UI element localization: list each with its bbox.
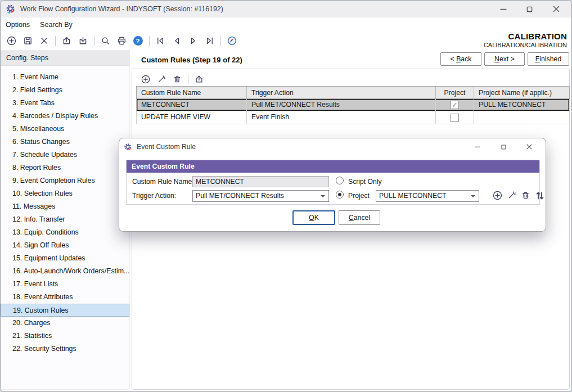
- sidebar-item-7[interactable]: 7. Schedule Updates: [1, 148, 129, 161]
- edit-project-wand-button[interactable]: [505, 189, 518, 202]
- sidebar-item-11[interactable]: 11. Messages: [1, 200, 129, 213]
- trigger-action-label: Trigger Action:: [132, 192, 176, 200]
- help-button[interactable]: ?: [131, 34, 145, 48]
- project-checkbox[interactable]: [451, 114, 459, 122]
- edit-rule-wand-button[interactable]: [155, 73, 168, 86]
- context-title: CALIBRATION: [508, 31, 567, 41]
- maximize-button[interactable]: [516, 1, 543, 17]
- sidebar-item-19[interactable]: 19. Custom Rules: [1, 304, 129, 317]
- sidebar-item-20[interactable]: 20. Charges: [1, 317, 129, 330]
- dialog-window-controls: [465, 138, 542, 155]
- window-controls: [490, 1, 569, 17]
- search-button[interactable]: [98, 34, 112, 48]
- sidebar-item-3[interactable]: 3. Event Tabs: [1, 97, 129, 110]
- import-button[interactable]: [76, 34, 89, 48]
- print-button[interactable]: [115, 34, 128, 48]
- sidebar-item-18[interactable]: 18. Event Attributes: [1, 291, 129, 304]
- cell-project-name: [474, 111, 569, 124]
- nav-last-button[interactable]: [202, 34, 216, 48]
- sidebar-item-9[interactable]: 9. Event Completion Rules: [1, 174, 129, 187]
- script-only-radio[interactable]: [336, 177, 344, 184]
- sidebar-item-4[interactable]: 4. Barcodes / Display Rules: [1, 110, 129, 123]
- sidebar-item-12[interactable]: 12. Info. Transfer: [1, 213, 129, 226]
- sidebar-item-8[interactable]: 8. Report Rules: [1, 161, 129, 174]
- next-button[interactable]: Next >: [484, 52, 525, 66]
- nav-next-button[interactable]: [186, 34, 200, 48]
- back-button[interactable]: < Back: [440, 52, 481, 66]
- menu-bar: Options Search By: [1, 18, 571, 32]
- delete-button[interactable]: [37, 34, 51, 48]
- column-header-project-name[interactable]: Project Name (if applic.): [474, 87, 569, 98]
- toolbar-separator: [188, 74, 188, 84]
- column-header-custom-rule-name[interactable]: Custom Rule Name: [137, 87, 247, 98]
- app-gear-icon: [124, 143, 132, 151]
- sidebar-item-1[interactable]: 1. Event Name: [1, 71, 129, 84]
- sidebar: Config. Steps 1. Event Name2. Field Sett…: [1, 50, 130, 390]
- cell-rule-name: UPDATE HOME VIEW: [137, 111, 247, 124]
- trigger-action-dropdown[interactable]: Pull MET/CONNECT Results: [192, 190, 329, 202]
- toolbar-separator: [220, 36, 221, 46]
- project-radio-label: Project: [348, 192, 370, 200]
- sidebar-header: Config. Steps: [1, 51, 129, 66]
- dialog-close-button[interactable]: [516, 138, 542, 155]
- save-button[interactable]: [21, 34, 34, 48]
- sidebar-item-17[interactable]: 17. Event Lists: [1, 278, 129, 291]
- compass-button[interactable]: [225, 34, 238, 48]
- sidebar-item-6[interactable]: 6. Status Changes: [1, 136, 129, 148]
- table-row[interactable]: UPDATE HOME VIEW Event Finish: [137, 111, 569, 124]
- ok-button[interactable]: OK: [292, 210, 335, 225]
- add-rule-button[interactable]: [139, 73, 152, 86]
- dialog-minimize-button[interactable]: [465, 138, 490, 155]
- sidebar-item-10[interactable]: 10. Selection Rules: [1, 187, 129, 200]
- dialog-maximize-button[interactable]: [490, 138, 516, 155]
- project-actions-toolbar: [491, 189, 547, 202]
- page-title: Custom Rules (Step 19 of 22): [141, 56, 242, 64]
- column-header-trigger-action[interactable]: Trigger Action: [247, 87, 436, 98]
- sidebar-item-13[interactable]: 13. Equip. Conditions: [1, 226, 129, 239]
- custom-rule-name-field[interactable]: [192, 176, 329, 187]
- cell-rule-name: METCONNECT: [137, 99, 247, 111]
- minimize-button[interactable]: [490, 1, 516, 17]
- title-bar: Work Flow Configuration Wizard - INDYSOF…: [1, 1, 571, 17]
- menu-search-by[interactable]: Search By: [35, 18, 78, 32]
- delete-project-button[interactable]: [519, 189, 532, 202]
- project-checkbox[interactable]: [451, 101, 459, 109]
- column-header-project[interactable]: Project: [436, 87, 474, 98]
- main-toolbar: ?: [1, 32, 241, 49]
- add-project-button[interactable]: [491, 189, 504, 202]
- help-icon: ?: [133, 36, 143, 46]
- nav-first-button[interactable]: [154, 34, 167, 48]
- sidebar-item-21[interactable]: 21. Statistics: [1, 330, 129, 343]
- cancel-button[interactable]: Cancel: [339, 210, 380, 225]
- add-button[interactable]: [4, 34, 18, 48]
- context-subtitle: CALIBRATION/CALIBRATION: [484, 42, 567, 48]
- sidebar-item-15[interactable]: 15. Equipment Updates: [1, 252, 129, 265]
- sidebar-item-2[interactable]: 2. Field Settings: [1, 84, 129, 97]
- delete-rule-button[interactable]: [170, 73, 184, 86]
- sidebar-item-14[interactable]: 14. Sign Off Rules: [1, 239, 129, 252]
- menu-options[interactable]: Options: [1, 18, 35, 32]
- finished-button[interactable]: Finished: [528, 52, 569, 66]
- export-rules-button[interactable]: [192, 73, 206, 86]
- sidebar-item-22[interactable]: 22. Security Settings: [1, 343, 129, 355]
- nav-previous-button[interactable]: [170, 34, 183, 48]
- project-dropdown[interactable]: PULL METCONNECT: [376, 190, 479, 202]
- sidebar-item-5[interactable]: 5. Miscellaneous: [1, 123, 129, 136]
- event-custom-rule-dialog: Event Custom Rule Event Custom Rule Cust…: [119, 138, 546, 232]
- table-row[interactable]: METCONNECT Pull MET/CONNECT Results PULL…: [137, 99, 569, 111]
- cell-project: [436, 111, 474, 124]
- project-radio[interactable]: [336, 191, 344, 199]
- script-only-label: Script Only: [348, 178, 382, 186]
- project-value: PULL METCONNECT: [379, 192, 446, 200]
- sidebar-item-16[interactable]: 16. Auto-Launch/Work Orders/Estim...: [1, 265, 129, 278]
- custom-rules-table: Custom Rule Name Trigger Action Project …: [136, 86, 570, 124]
- table-header-row: Custom Rule Name Trigger Action Project …: [136, 86, 570, 99]
- chevron-down-icon: [321, 195, 325, 197]
- export-button[interactable]: [60, 34, 73, 48]
- event-custom-rule-group: Event Custom Rule Custom Rule Name: Trig…: [126, 160, 540, 205]
- cell-trigger-action: Pull MET/CONNECT Results: [247, 99, 436, 111]
- cell-project: [436, 99, 474, 111]
- close-button[interactable]: [543, 1, 569, 17]
- table-body: METCONNECT Pull MET/CONNECT Results PULL…: [136, 99, 570, 124]
- reorder-up-down-button[interactable]: [533, 189, 546, 202]
